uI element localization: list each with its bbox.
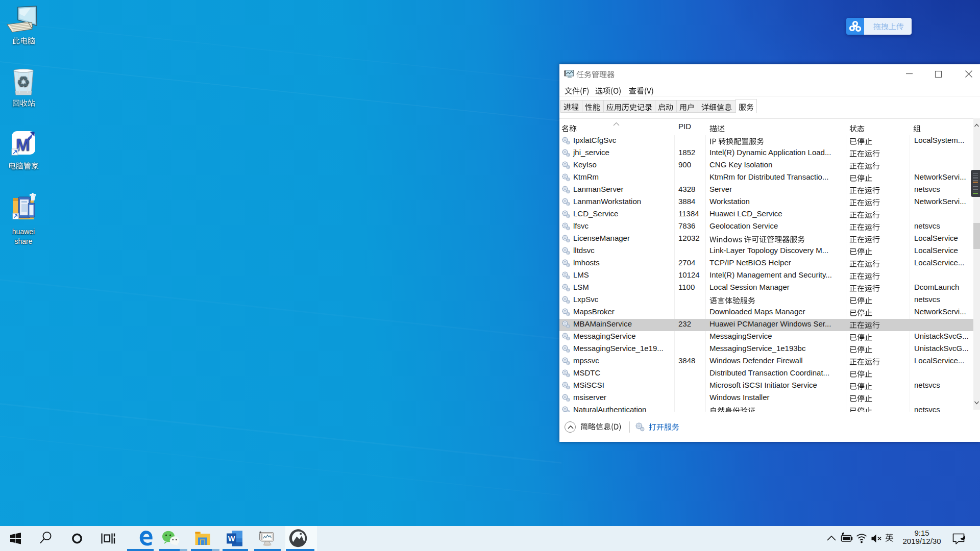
- svg-text:W: W: [228, 535, 235, 543]
- svg-text:♻: ♻: [18, 76, 29, 88]
